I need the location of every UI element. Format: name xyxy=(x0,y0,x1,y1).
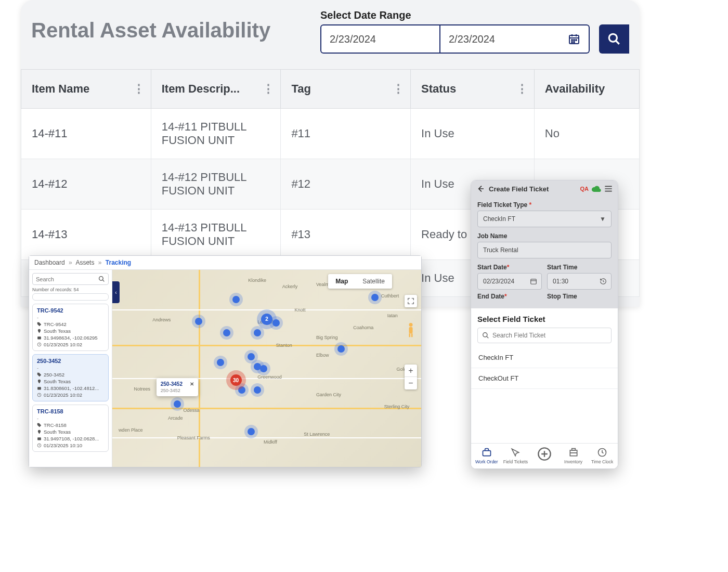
svg-rect-17 xyxy=(37,437,41,440)
map-marker[interactable] xyxy=(371,294,379,301)
asset-card[interactable] xyxy=(32,293,109,301)
pin-icon xyxy=(37,379,42,384)
sheet-search-box[interactable] xyxy=(477,328,612,343)
mobile-header: Create Field Ticket QA xyxy=(471,180,618,197)
start-date-label: Start Date* xyxy=(477,264,542,271)
tag-icon xyxy=(37,322,42,327)
start-date-input[interactable] xyxy=(320,24,440,54)
crumb-tracking[interactable]: Tracking xyxy=(106,259,131,266)
ticket-icon xyxy=(510,447,521,458)
clock-icon xyxy=(37,342,42,347)
nav-add[interactable] xyxy=(530,447,559,464)
map-marker[interactable] xyxy=(254,329,261,336)
col-tag: Tag xyxy=(291,82,310,95)
sheet-option[interactable]: CheckIn FT xyxy=(471,347,618,368)
tracking-map[interactable]: Andrews Klondike Ackerly Vealmoor Cuthbe… xyxy=(112,270,421,467)
asset-card[interactable]: TRC-9542 - TRC-9542 South Texas 31.94986… xyxy=(32,304,109,351)
location-icon xyxy=(37,386,42,391)
svg-rect-35 xyxy=(571,449,575,450)
col-item-name: Item Name xyxy=(32,82,89,95)
zoom-out-button[interactable]: − xyxy=(405,377,417,389)
sheet-title: Select Field Ticket xyxy=(471,308,618,328)
asset-card[interactable]: TRC-8158 - TRC-8158 South Texas 31.94971… xyxy=(32,405,109,452)
start-date-input[interactable]: 02/23/2024 xyxy=(477,273,542,290)
map-type-map[interactable]: Map xyxy=(328,274,355,289)
nav-work-order[interactable]: Work Order xyxy=(472,447,501,464)
ticket-type-select[interactable]: CheckIn FT ▼ xyxy=(477,211,612,227)
map-cluster[interactable]: 30 xyxy=(230,374,242,386)
zoom-in-button[interactable]: + xyxy=(405,365,417,377)
records-count: Number of records: 54 xyxy=(32,287,109,292)
asset-search-input[interactable] xyxy=(36,276,98,282)
tag-icon xyxy=(37,423,42,427)
column-menu-icon[interactable]: ⋮ xyxy=(133,82,145,96)
crumb-assets[interactable]: Assets xyxy=(75,259,94,266)
fullscreen-icon xyxy=(407,297,414,305)
clock-icon xyxy=(37,393,42,397)
svg-rect-13 xyxy=(37,336,41,339)
nav-field-tickets[interactable]: Field Tickets xyxy=(501,447,530,464)
calendar-icon xyxy=(568,33,580,45)
svg-point-6 xyxy=(576,40,577,41)
map-cluster[interactable]: 2 xyxy=(261,314,272,325)
map-marker[interactable] xyxy=(260,365,267,372)
map-marker[interactable] xyxy=(195,318,202,325)
pin-icon xyxy=(37,430,42,434)
svg-point-9 xyxy=(609,34,617,42)
plus-circle-icon xyxy=(537,447,552,461)
calendar-button[interactable] xyxy=(560,24,590,54)
tag-icon xyxy=(37,372,42,377)
svg-rect-30 xyxy=(483,451,490,456)
map-type-toggle: Map Satellite xyxy=(328,274,392,289)
job-name-input[interactable]: Truck Rental xyxy=(477,242,612,258)
column-menu-icon[interactable]: ⋮ xyxy=(516,82,528,96)
map-marker[interactable] xyxy=(272,319,280,327)
col-status: Status xyxy=(421,82,456,95)
column-menu-icon[interactable]: ⋮ xyxy=(393,82,404,96)
nav-inventory[interactable]: Inventory xyxy=(559,447,588,464)
column-menu-icon[interactable]: ⋮ xyxy=(263,82,274,96)
start-time-input[interactable]: 01:30 xyxy=(547,273,612,290)
back-button[interactable] xyxy=(476,185,485,193)
menu-button[interactable] xyxy=(604,185,613,192)
zoom-control: + − xyxy=(405,365,417,389)
map-marker[interactable] xyxy=(337,345,345,353)
map-marker[interactable] xyxy=(248,428,255,435)
map-marker[interactable] xyxy=(238,386,245,394)
popup-close-icon[interactable]: ✕ xyxy=(190,381,194,387)
crumb-dashboard[interactable]: Dashboard xyxy=(34,259,65,266)
sheet-option[interactable]: CheckOut FT xyxy=(471,368,618,389)
pegman-icon xyxy=(406,322,415,338)
clock-icon xyxy=(597,447,607,458)
sidebar-collapse-button[interactable]: ‹ xyxy=(112,281,120,303)
end-date-input[interactable] xyxy=(440,24,560,54)
svg-point-8 xyxy=(574,42,575,43)
table-row[interactable]: 14-#1114-#11 PITBULL FUSION UNIT#11In Us… xyxy=(21,109,640,159)
map-popup: 250-3452✕ 250-3452 xyxy=(157,378,198,396)
asset-card[interactable]: 250-3452 - 250-3452 South Texas 31.83086… xyxy=(32,354,109,401)
pegman[interactable] xyxy=(405,321,417,340)
hamburger-icon xyxy=(604,185,613,192)
svg-rect-26 xyxy=(531,279,537,284)
clock-icon xyxy=(37,443,42,448)
location-icon xyxy=(37,335,42,340)
svg-point-19 xyxy=(409,323,412,327)
map-marker[interactable] xyxy=(174,400,181,408)
map-marker[interactable] xyxy=(217,359,224,366)
mobile-title: Create Field Ticket xyxy=(489,185,549,193)
map-marker[interactable] xyxy=(248,353,255,360)
cloud-status-icon xyxy=(592,186,601,192)
map-marker[interactable] xyxy=(223,329,230,336)
briefcase-icon xyxy=(482,447,492,458)
nav-time-clock[interactable]: Time Clock xyxy=(588,447,617,464)
asset-search-box[interactable] xyxy=(32,273,109,285)
fullscreen-button[interactable] xyxy=(405,295,417,307)
sheet-search-input[interactable] xyxy=(492,332,607,339)
col-availability: Availability xyxy=(545,82,605,95)
mobile-field-ticket-panel: Create Field Ticket QA Field Ticket Type… xyxy=(471,180,618,469)
map-type-satellite[interactable]: Satellite xyxy=(355,274,392,289)
breadcrumb: Dashboard » Assets » Tracking xyxy=(29,256,421,270)
search-button[interactable] xyxy=(599,24,629,54)
map-marker[interactable] xyxy=(232,296,240,303)
map-marker[interactable] xyxy=(254,386,261,394)
